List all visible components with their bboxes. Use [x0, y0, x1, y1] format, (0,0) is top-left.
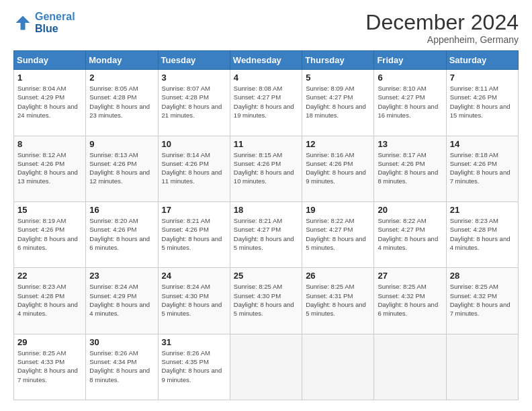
title-block: December 2024 Appenheim, Germany: [365, 11, 519, 45]
calendar-cell: 22 Sunrise: 8:23 AMSunset: 4:28 PMDaylig…: [14, 268, 86, 334]
day-info: Sunrise: 8:26 AMSunset: 4:35 PMDaylight:…: [162, 349, 226, 384]
day-number: 4: [234, 73, 298, 83]
calendar-table: SundayMondayTuesdayWednesdayThursdayFrid…: [13, 50, 519, 400]
calendar-cell: [446, 334, 518, 400]
day-number: 7: [450, 73, 515, 83]
day-number: 11: [234, 139, 298, 149]
day-number: 13: [378, 139, 442, 149]
calendar-cell: 18 Sunrise: 8:21 AMSunset: 4:27 PMDaylig…: [230, 201, 302, 267]
calendar-cell: 28 Sunrise: 8:25 AMSunset: 4:32 PMDaylig…: [446, 268, 518, 334]
calendar-cell: 16 Sunrise: 8:20 AMSunset: 4:26 PMDaylig…: [86, 201, 158, 267]
day-info: Sunrise: 8:11 AMSunset: 4:26 PMDaylight:…: [450, 84, 515, 120]
day-number: 14: [450, 139, 515, 149]
day-number: 27: [378, 271, 442, 281]
day-info: Sunrise: 8:20 AMSunset: 4:26 PMDaylight:…: [89, 216, 154, 252]
calendar-cell: 3 Sunrise: 8:07 AMSunset: 4:28 PMDayligh…: [158, 70, 230, 136]
day-header-monday: Monday: [86, 51, 158, 70]
calendar-cell: 2 Sunrise: 8:05 AMSunset: 4:28 PMDayligh…: [86, 70, 158, 136]
logo: General Blue: [13, 11, 75, 34]
calendar-cell: 15 Sunrise: 8:19 AMSunset: 4:26 PMDaylig…: [14, 201, 86, 267]
calendar-cell: 23 Sunrise: 8:24 AMSunset: 4:29 PMDaylig…: [86, 268, 158, 334]
month-title: December 2024: [365, 11, 519, 34]
calendar-week-row: 29 Sunrise: 8:25 AMSunset: 4:33 PMDaylig…: [14, 334, 519, 400]
calendar-cell: 12 Sunrise: 8:16 AMSunset: 4:26 PMDaylig…: [302, 136, 374, 201]
location-subtitle: Appenheim, Germany: [365, 34, 519, 45]
day-number: 15: [17, 205, 82, 215]
calendar-cell: 1 Sunrise: 8:04 AMSunset: 4:29 PMDayligh…: [14, 70, 86, 136]
day-header-friday: Friday: [374, 51, 446, 70]
calendar-cell: 25 Sunrise: 8:25 AMSunset: 4:30 PMDaylig…: [230, 268, 302, 334]
calendar-cell: 10 Sunrise: 8:14 AMSunset: 4:26 PMDaylig…: [158, 136, 230, 201]
calendar-cell: 14 Sunrise: 8:18 AMSunset: 4:26 PMDaylig…: [446, 136, 518, 201]
logo-text: General Blue: [35, 11, 75, 34]
day-info: Sunrise: 8:25 AMSunset: 4:32 PMDaylight:…: [378, 282, 442, 318]
day-info: Sunrise: 8:07 AMSunset: 4:28 PMDaylight:…: [162, 84, 226, 120]
day-header-sunday: Sunday: [14, 51, 86, 70]
day-number: 16: [89, 205, 154, 215]
calendar-cell: 6 Sunrise: 8:10 AMSunset: 4:27 PMDayligh…: [374, 70, 446, 136]
day-number: 22: [17, 271, 82, 281]
calendar-cell: 26 Sunrise: 8:25 AMSunset: 4:31 PMDaylig…: [302, 268, 374, 334]
day-info: Sunrise: 8:14 AMSunset: 4:26 PMDaylight:…: [162, 150, 226, 186]
day-info: Sunrise: 8:18 AMSunset: 4:26 PMDaylight:…: [450, 150, 515, 186]
day-info: Sunrise: 8:22 AMSunset: 4:27 PMDaylight:…: [306, 216, 370, 252]
page: General Blue December 2024 Appenheim, Ge…: [0, 0, 532, 411]
day-info: Sunrise: 8:25 AMSunset: 4:32 PMDaylight:…: [450, 282, 515, 318]
calendar-cell: 5 Sunrise: 8:09 AMSunset: 4:27 PMDayligh…: [302, 70, 374, 136]
calendar-week-row: 22 Sunrise: 8:23 AMSunset: 4:28 PMDaylig…: [14, 268, 519, 334]
day-info: Sunrise: 8:24 AMSunset: 4:30 PMDaylight:…: [162, 282, 226, 318]
calendar-cell: [230, 334, 302, 400]
day-number: 31: [162, 337, 226, 347]
svg-marker-0: [16, 15, 30, 30]
day-number: 25: [234, 271, 298, 281]
calendar-header-row: SundayMondayTuesdayWednesdayThursdayFrid…: [14, 51, 519, 70]
day-number: 21: [450, 205, 515, 215]
calendar-cell: 4 Sunrise: 8:08 AMSunset: 4:27 PMDayligh…: [230, 70, 302, 136]
day-info: Sunrise: 8:21 AMSunset: 4:27 PMDaylight:…: [234, 216, 298, 252]
day-number: 12: [306, 139, 370, 149]
day-info: Sunrise: 8:12 AMSunset: 4:26 PMDaylight:…: [17, 150, 82, 186]
day-number: 9: [89, 139, 154, 149]
day-number: 18: [234, 205, 298, 215]
day-number: 1: [17, 73, 82, 83]
day-header-saturday: Saturday: [446, 51, 518, 70]
day-number: 3: [162, 73, 226, 83]
day-info: Sunrise: 8:25 AMSunset: 4:33 PMDaylight:…: [17, 349, 82, 384]
day-number: 20: [378, 205, 442, 215]
day-info: Sunrise: 8:16 AMSunset: 4:26 PMDaylight:…: [306, 150, 370, 186]
calendar-cell: 11 Sunrise: 8:15 AMSunset: 4:26 PMDaylig…: [230, 136, 302, 201]
day-header-tuesday: Tuesday: [158, 51, 230, 70]
calendar-cell: 7 Sunrise: 8:11 AMSunset: 4:26 PMDayligh…: [446, 70, 518, 136]
day-info: Sunrise: 8:10 AMSunset: 4:27 PMDaylight:…: [378, 84, 442, 120]
calendar-cell: 9 Sunrise: 8:13 AMSunset: 4:26 PMDayligh…: [86, 136, 158, 201]
day-info: Sunrise: 8:04 AMSunset: 4:29 PMDaylight:…: [17, 84, 82, 120]
header: General Blue December 2024 Appenheim, Ge…: [13, 11, 519, 45]
day-info: Sunrise: 8:15 AMSunset: 4:26 PMDaylight:…: [234, 150, 298, 186]
day-info: Sunrise: 8:25 AMSunset: 4:31 PMDaylight:…: [306, 282, 370, 318]
calendar-week-row: 1 Sunrise: 8:04 AMSunset: 4:29 PMDayligh…: [14, 70, 519, 136]
calendar-cell: 30 Sunrise: 8:26 AMSunset: 4:34 PMDaylig…: [86, 334, 158, 400]
day-number: 6: [378, 73, 442, 83]
day-number: 26: [306, 271, 370, 281]
calendar-cell: 13 Sunrise: 8:17 AMSunset: 4:26 PMDaylig…: [374, 136, 446, 201]
day-info: Sunrise: 8:21 AMSunset: 4:26 PMDaylight:…: [162, 216, 226, 252]
day-number: 30: [89, 337, 154, 347]
day-number: 24: [162, 271, 226, 281]
day-number: 2: [89, 73, 154, 83]
day-number: 19: [306, 205, 370, 215]
day-number: 28: [450, 271, 515, 281]
day-info: Sunrise: 8:25 AMSunset: 4:30 PMDaylight:…: [234, 282, 298, 318]
day-number: 5: [306, 73, 370, 83]
day-number: 10: [162, 139, 226, 149]
calendar-cell: 8 Sunrise: 8:12 AMSunset: 4:26 PMDayligh…: [14, 136, 86, 201]
day-number: 23: [89, 271, 154, 281]
day-info: Sunrise: 8:22 AMSunset: 4:27 PMDaylight:…: [378, 216, 442, 252]
calendar-cell: 24 Sunrise: 8:24 AMSunset: 4:30 PMDaylig…: [158, 268, 230, 334]
calendar-cell: 31 Sunrise: 8:26 AMSunset: 4:35 PMDaylig…: [158, 334, 230, 400]
day-info: Sunrise: 8:23 AMSunset: 4:28 PMDaylight:…: [450, 216, 515, 252]
day-info: Sunrise: 8:24 AMSunset: 4:29 PMDaylight:…: [89, 282, 154, 318]
calendar-cell: 17 Sunrise: 8:21 AMSunset: 4:26 PMDaylig…: [158, 201, 230, 267]
day-number: 29: [17, 337, 82, 347]
day-info: Sunrise: 8:17 AMSunset: 4:26 PMDaylight:…: [378, 150, 442, 186]
day-info: Sunrise: 8:26 AMSunset: 4:34 PMDaylight:…: [89, 349, 154, 384]
